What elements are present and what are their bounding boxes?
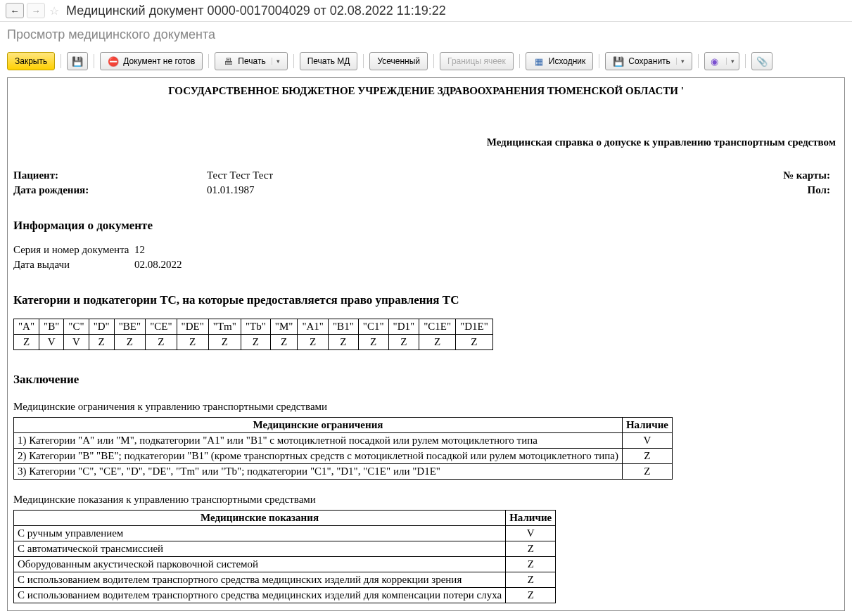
print-button[interactable]: 🖶 Печать ▾: [215, 52, 287, 70]
close-button-label: Закрыть: [15, 56, 47, 66]
category-value: Z: [177, 335, 208, 350]
restrictions-col2: Наличие: [622, 418, 672, 433]
card-label: № карты:: [783, 169, 830, 181]
truncated-label: Усеченный: [377, 56, 420, 66]
restriction-value: Z: [622, 449, 672, 464]
restriction-value: Z: [622, 464, 672, 480]
table-row: 3) Категории "C", "CE", "D", "DE", "Tm" …: [14, 464, 673, 480]
dob-value: 01.01.1987: [207, 184, 559, 196]
favorite-star-icon[interactable]: ☆: [48, 4, 61, 17]
print-md-button[interactable]: Печать МД: [300, 52, 358, 70]
category-value: Z: [114, 335, 145, 350]
table-row: 2) Категории "B" "BE"; подкатегории "B1"…: [14, 449, 673, 464]
category-header: "A": [14, 319, 39, 335]
dob-label: Дата рождения:: [13, 184, 207, 196]
restriction-text: 1) Категории "A" или "M", подкатегории "…: [14, 433, 623, 449]
category-header: "M": [270, 319, 298, 335]
category-header: "DE": [177, 319, 208, 335]
toolbar-separator: [61, 54, 61, 68]
toolbar-separator: [745, 54, 746, 68]
category-header: "D1": [388, 319, 419, 335]
category-value: Z: [241, 335, 270, 350]
restriction-text: 3) Категории "C", "CE", "D", "DE", "Tm" …: [14, 464, 623, 480]
category-value: Z: [270, 335, 298, 350]
indications-caption: Медицинские показания к управлению транс…: [13, 494, 839, 506]
attach-button[interactable]: 📎: [751, 52, 772, 70]
save-button[interactable]: 💾 Сохранить ▾: [605, 52, 692, 70]
toolbar: Закрыть 💾 ⛔ Документ не готов 🖶 Печать ▾…: [0, 48, 852, 75]
section-info-heading: Информация о документе: [13, 219, 839, 233]
cell-borders-button[interactable]: Границы ячеек: [440, 52, 514, 70]
indication-value: Z: [506, 572, 556, 588]
category-value: Z: [298, 335, 329, 350]
toolbar-separator: [599, 54, 599, 68]
source-label: Исходник: [549, 56, 585, 66]
print-label: Печать: [238, 56, 265, 66]
toolbar-separator: [208, 54, 209, 68]
floppy-icon: 💾: [613, 56, 624, 67]
printer-icon: 🖶: [222, 56, 234, 67]
forward-button[interactable]: →: [27, 3, 45, 18]
restrictions-col1: Медицинские ограничения: [14, 418, 623, 433]
cert-title: Медицинская справка о допуске к управлен…: [13, 136, 839, 148]
category-header: "D": [89, 319, 114, 335]
source-button[interactable]: ▦ Исходник: [526, 52, 593, 70]
window-title: Медицинский документ 0000-0017004029 от …: [66, 4, 446, 18]
patient-label: Пациент:: [13, 169, 207, 181]
category-header: "C": [64, 319, 89, 335]
category-value: V: [39, 335, 64, 350]
cell-borders-label: Границы ячеек: [447, 56, 506, 66]
category-value: Z: [14, 335, 39, 350]
category-value: Z: [208, 335, 241, 350]
category-value: Z: [456, 335, 493, 350]
category-header: "CE": [146, 319, 177, 335]
issue-value: 02.08.2022: [134, 259, 182, 271]
back-button[interactable]: ←: [6, 3, 24, 18]
indication-text: С использованием водителем транспортного…: [14, 572, 506, 588]
series-label: Серия и номер документа: [13, 244, 134, 256]
category-value: Z: [388, 335, 419, 350]
toolbar-separator: [698, 54, 699, 68]
table-row: Оборудованным акустической парковочной с…: [14, 557, 556, 572]
indications-col2: Наличие: [506, 511, 556, 526]
category-header: "B": [39, 319, 64, 335]
print-md-label: Печать МД: [307, 56, 350, 66]
save-label: Сохранить: [628, 56, 670, 66]
save-disk-button[interactable]: 💾: [67, 52, 88, 70]
restriction-text: 2) Категории "B" "BE"; подкатегории "B1"…: [14, 449, 623, 464]
category-header: "D1E": [456, 319, 493, 335]
indication-value: V: [506, 526, 556, 541]
category-header: "B1": [329, 319, 359, 335]
doc-not-ready-button[interactable]: ⛔ Документ не готов: [100, 52, 203, 70]
series-value: 12: [134, 244, 145, 256]
table-row: С использованием водителем транспортного…: [14, 572, 556, 588]
patient-value: Тест Тест Тест: [207, 169, 559, 181]
restriction-value: V: [622, 433, 672, 449]
table-row: С ручным управлениемV: [14, 526, 556, 541]
globe-button[interactable]: ◉ ▾: [704, 52, 739, 70]
doc-not-ready-label: Документ не готов: [123, 56, 195, 66]
paperclip-icon: 📎: [756, 56, 768, 67]
category-header: "C1E": [419, 319, 456, 335]
category-value: Z: [358, 335, 388, 350]
table-row: 1) Категории "A" или "M", подкатегории "…: [14, 433, 673, 449]
indication-text: С автоматической трансмиссией: [14, 541, 506, 557]
toolbar-separator: [519, 54, 520, 68]
indications-col1: Медицинские показания: [14, 511, 506, 526]
truncated-button[interactable]: Усеченный: [369, 52, 428, 70]
category-header: "A1": [298, 319, 329, 335]
section-conclusion-heading: Заключение: [13, 373, 839, 387]
toolbar-separator: [293, 54, 294, 68]
indication-text: С использованием водителем транспортного…: [14, 588, 506, 603]
globe-icon: ◉: [709, 56, 720, 67]
category-value: Z: [419, 335, 456, 350]
category-value: Z: [89, 335, 114, 350]
restrictions-caption: Медицинские ограничения к управлению тра…: [13, 401, 839, 413]
chevron-down-icon: ▾: [676, 58, 685, 65]
indication-value: Z: [506, 557, 556, 572]
chevron-down-icon: ▾: [272, 58, 280, 65]
chevron-down-icon: ▾: [726, 58, 735, 65]
category-header: "C1": [358, 319, 388, 335]
page-subtitle: Просмотр медицинского документа: [0, 22, 852, 48]
close-button[interactable]: Закрыть: [7, 52, 55, 70]
